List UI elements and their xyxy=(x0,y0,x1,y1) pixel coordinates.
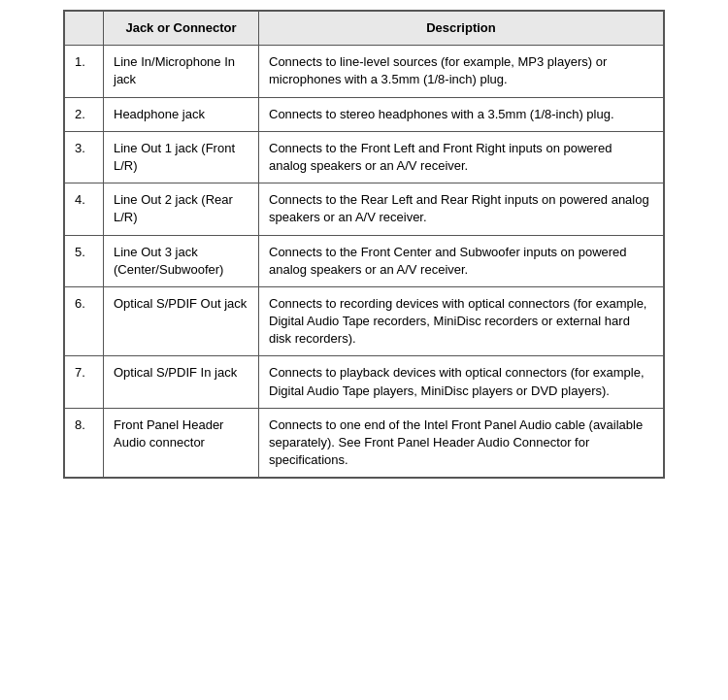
row-number: 3. xyxy=(65,131,104,183)
row-description: Connects to stereo headphones with a 3.5… xyxy=(259,97,664,131)
header-num xyxy=(65,12,104,46)
row-jack: Optical S/PDIF Out jack xyxy=(104,286,259,356)
row-number: 1. xyxy=(65,46,104,97)
row-jack: Line In/Microphone In jack xyxy=(104,46,259,97)
row-number: 8. xyxy=(65,408,104,478)
table-row: 4.Line Out 2 jack (Rear L/R)Connects to … xyxy=(65,183,664,235)
row-description: Connects to playback devices with optica… xyxy=(259,356,664,408)
table-header-row: Jack or Connector Description xyxy=(65,12,664,46)
header-description: Description xyxy=(259,12,664,46)
row-description: Connects to the Rear Left and Rear Right… xyxy=(259,183,664,235)
row-description: Connects to the Front Left and Front Rig… xyxy=(259,131,664,183)
table-row: 6.Optical S/PDIF Out jackConnects to rec… xyxy=(65,286,664,356)
row-number: 4. xyxy=(65,183,104,235)
table-row: 5.Line Out 3 jack (Center/Subwoofer)Conn… xyxy=(65,235,664,286)
row-number: 2. xyxy=(65,97,104,131)
row-jack: Optical S/PDIF In jack xyxy=(104,356,259,408)
row-description: Connects to recording devices with optic… xyxy=(259,286,664,356)
row-description: Connects to line-level sources (for exam… xyxy=(259,46,664,97)
row-jack: Headphone jack xyxy=(104,97,259,131)
table-row: 1.Line In/Microphone In jackConnects to … xyxy=(65,46,664,97)
row-number: 6. xyxy=(65,286,104,356)
row-jack: Line Out 2 jack (Rear L/R) xyxy=(104,183,259,235)
row-description: Connects to one end of the Intel Front P… xyxy=(259,408,664,478)
header-jack: Jack or Connector xyxy=(104,12,259,46)
row-number: 5. xyxy=(65,235,104,286)
table-row: 7.Optical S/PDIF In jackConnects to play… xyxy=(65,356,664,408)
table-row: 8.Front Panel Header Audio connectorConn… xyxy=(65,408,664,478)
connector-table: Jack or Connector Description 1.Line In/… xyxy=(64,11,664,478)
row-description: Connects to the Front Center and Subwoof… xyxy=(259,235,664,286)
row-number: 7. xyxy=(65,356,104,408)
row-jack: Line Out 3 jack (Center/Subwoofer) xyxy=(104,235,259,286)
main-table-wrapper: Jack or Connector Description 1.Line In/… xyxy=(63,10,665,479)
table-row: 3.Line Out 1 jack (Front L/R)Connects to… xyxy=(65,131,664,183)
table-row: 2.Headphone jackConnects to stereo headp… xyxy=(65,97,664,131)
row-jack: Front Panel Header Audio connector xyxy=(104,408,259,478)
row-jack: Line Out 1 jack (Front L/R) xyxy=(104,131,259,183)
